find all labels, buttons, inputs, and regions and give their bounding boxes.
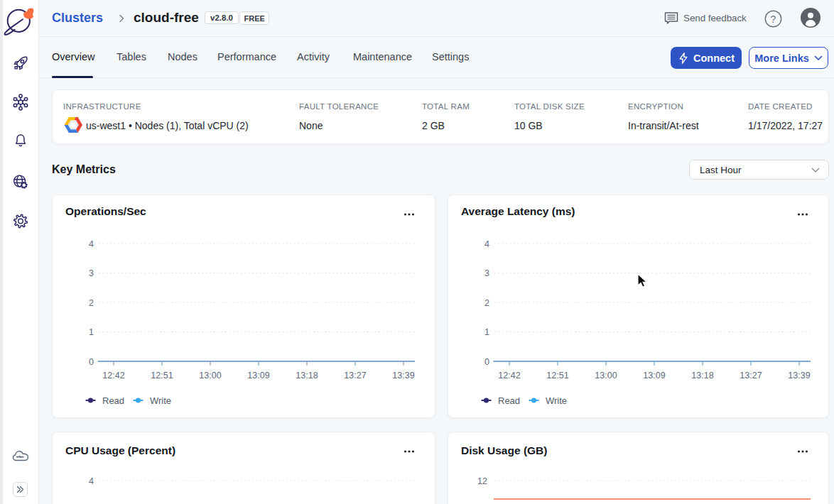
svg-text:13:39: 13:39 <box>788 371 810 380</box>
svg-text:Write: Write <box>546 395 567 406</box>
svg-text:12:51: 12:51 <box>546 371 568 380</box>
svg-text:4: 4 <box>89 476 94 486</box>
svg-text:4: 4 <box>89 239 94 249</box>
svg-text:?: ? <box>771 13 776 25</box>
svg-text:12:51: 12:51 <box>151 371 173 380</box>
svg-text:3: 3 <box>484 268 489 278</box>
svg-text:13:27: 13:27 <box>740 371 762 380</box>
svg-text:0: 0 <box>484 357 489 367</box>
svg-text:12:42: 12:42 <box>102 371 124 380</box>
svg-text:Read: Read <box>102 395 124 406</box>
svg-text:13:09: 13:09 <box>247 371 269 380</box>
svg-text:13:09: 13:09 <box>643 371 665 380</box>
svg-text:12:42: 12:42 <box>498 371 520 380</box>
svg-text:13:18: 13:18 <box>296 371 318 380</box>
svg-text:4: 4 <box>484 239 489 249</box>
svg-text:12: 12 <box>477 476 487 486</box>
svg-text:1: 1 <box>89 327 94 337</box>
svg-text:13:00: 13:00 <box>199 371 221 380</box>
svg-text:Write: Write <box>150 395 171 406</box>
svg-text:1: 1 <box>484 327 489 337</box>
svg-text:13:27: 13:27 <box>344 371 366 380</box>
svg-text:3: 3 <box>89 268 94 278</box>
svg-text:13:18: 13:18 <box>691 371 713 380</box>
svg-text:Read: Read <box>498 395 520 406</box>
svg-text:13:39: 13:39 <box>392 371 414 380</box>
svg-text:2: 2 <box>484 298 489 308</box>
svg-text:13:00: 13:00 <box>595 371 617 380</box>
svg-text:0: 0 <box>89 357 94 367</box>
svg-text:2: 2 <box>89 298 94 308</box>
